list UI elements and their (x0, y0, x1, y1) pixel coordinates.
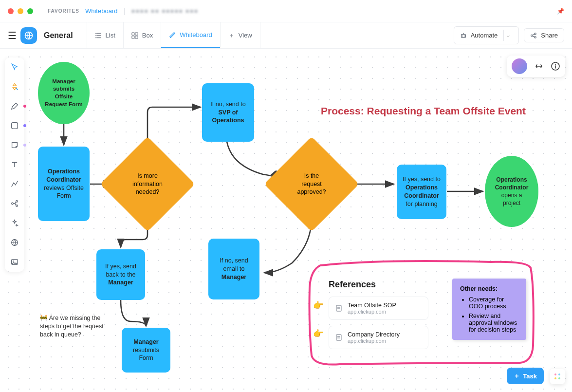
plus-icon: ＋ (514, 372, 520, 380)
t: request (301, 181, 322, 187)
svg-rect-11 (336, 305, 341, 311)
svg-point-15 (554, 373, 556, 375)
node-send-svp[interactable]: If no, send to SVP of Operations (202, 83, 254, 142)
t: Manager (133, 338, 158, 345)
text-tool[interactable] (9, 159, 20, 170)
plus-icon: ＋ (228, 31, 235, 40)
t: email to (223, 265, 245, 272)
node-decision-more-info[interactable]: Is more information needed? (114, 150, 181, 218)
sticky-note-tool[interactable] (9, 139, 20, 151)
svg-point-20 (12, 203, 14, 205)
tab-whiteboard[interactable]: Whiteboard (161, 22, 220, 48)
t: If yes, send to (403, 176, 441, 183)
minimize-window-icon[interactable] (18, 8, 23, 14)
svg-rect-2 (135, 32, 138, 35)
apps-button[interactable] (550, 369, 565, 384)
titlebar: FAVORITES Whiteboard | ■■■■ ■■ ■■■■■ ■■■… (0, 0, 572, 22)
menu-icon[interactable]: ☰ (8, 30, 17, 41)
ai-tool[interactable] (9, 217, 20, 229)
node-start-manager-submits[interactable]: Manager submits Offsite Request Form (38, 62, 90, 124)
references-title: References (329, 280, 428, 290)
tab-view-label: View (239, 32, 252, 39)
t: Operations (406, 184, 438, 191)
sticky-item: Coverage for OOO process (469, 296, 518, 310)
new-task-button[interactable]: ＋ Task (507, 368, 544, 384)
chevron-down-icon[interactable]: ⌵ (503, 30, 513, 41)
share-button[interactable]: Share (524, 28, 564, 42)
svg-point-16 (558, 373, 560, 375)
t: Form (56, 192, 71, 199)
reference-url: app.clickup.com (348, 338, 400, 344)
references-group[interactable]: References Team Offsite SOP app.clickup.… (329, 280, 428, 355)
share-label: Share (541, 32, 558, 39)
image-tool[interactable] (9, 256, 20, 268)
node-email-manager[interactable]: If no, send email to Manager (208, 239, 259, 299)
svg-rect-5 (461, 34, 465, 37)
canvas-comment[interactable]: 🚧 Are we missing the steps to get the re… (40, 314, 108, 339)
reference-card-1[interactable]: Team Offsite SOP app.clickup.com (329, 297, 428, 320)
svg-point-17 (554, 377, 556, 379)
sticky-item: Review and approval windows for decision… (469, 313, 518, 333)
t: project (503, 200, 520, 206)
t: Coordinator (495, 184, 529, 191)
t: If no, send to (210, 101, 245, 108)
sticky-note[interactable]: Other needs: Coverage for OOO process Re… (452, 279, 526, 340)
robot-icon (460, 32, 467, 39)
reference-title: Team Offsite SOP (348, 302, 396, 309)
box-icon (131, 32, 138, 39)
t: Request Form (45, 101, 82, 107)
share-icon (530, 32, 537, 39)
node-end-open-project[interactable]: Operations Coordinator opens a project (485, 156, 538, 227)
reference-card-2[interactable]: Company Directory app.clickup.com (329, 326, 428, 349)
t: back to the (106, 271, 135, 278)
tab-list[interactable]: List (87, 22, 123, 48)
maximize-window-icon[interactable] (27, 8, 33, 14)
connector-tool[interactable] (9, 178, 20, 190)
whiteboard-canvas[interactable]: Manager submits Offsite Request Form Ope… (0, 49, 572, 392)
pointing-hand-icon: 👉 (313, 328, 324, 339)
pen-tool[interactable] (9, 100, 20, 112)
node-operations-review[interactable]: Operations Coordinator reviews Offsite F… (38, 147, 90, 221)
expand-tool[interactable] (9, 81, 20, 93)
t: submits (53, 86, 74, 92)
apps-icon (554, 373, 561, 380)
node-decision-approved[interactable]: Is the request approved? (278, 150, 345, 218)
window-controls[interactable] (8, 8, 33, 14)
automate-button[interactable]: Automate ⌵ (454, 26, 519, 44)
tab-list-label: List (106, 32, 115, 39)
reference-url: app.clickup.com (348, 309, 396, 315)
t: Is more (137, 172, 158, 179)
diagram-title[interactable]: Process: Requesting a Team Offsite Event (321, 105, 526, 117)
t: Coordinator (46, 176, 81, 183)
svg-point-8 (531, 35, 533, 37)
select-tool[interactable] (9, 61, 20, 73)
fit-to-screen-icon[interactable] (534, 61, 544, 71)
t: for planning (406, 201, 437, 207)
mindmap-tool[interactable] (9, 198, 20, 209)
tab-box[interactable]: Box (123, 22, 161, 48)
t: Operations (212, 117, 244, 124)
close-window-icon[interactable] (8, 8, 14, 14)
breadcrumb-whiteboard[interactable]: Whiteboard (85, 7, 117, 15)
t: resubmits (133, 347, 159, 354)
space-avatar[interactable] (20, 27, 37, 44)
shape-tool[interactable] (9, 120, 20, 131)
t: Manager (221, 274, 246, 280)
info-icon[interactable] (551, 61, 560, 71)
node-send-planning[interactable]: If yes, send to Operations Coordinator f… (397, 165, 446, 219)
tab-whiteboard-label: Whiteboard (180, 31, 212, 38)
user-avatar[interactable] (512, 58, 527, 74)
tab-add-view[interactable]: ＋ View (220, 22, 260, 48)
t: If no, send (220, 257, 248, 264)
t: If yes, send (105, 263, 136, 270)
favorites-label: FAVORITES (48, 8, 79, 14)
list-icon (95, 32, 102, 39)
node-send-back-manager[interactable]: If yes, send back to the Manager (96, 249, 145, 300)
t: Offsite (55, 93, 73, 99)
task-button-label: Task (523, 373, 537, 380)
toolbar: ☰ General List Box Whiteboard ＋ View Aut… (0, 22, 572, 49)
space-name[interactable]: General (44, 31, 73, 40)
node-manager-resubmits[interactable]: Manager resubmits Form (122, 328, 170, 373)
pin-icon[interactable]: 📌 (557, 8, 564, 15)
web-tool[interactable] (9, 237, 20, 248)
